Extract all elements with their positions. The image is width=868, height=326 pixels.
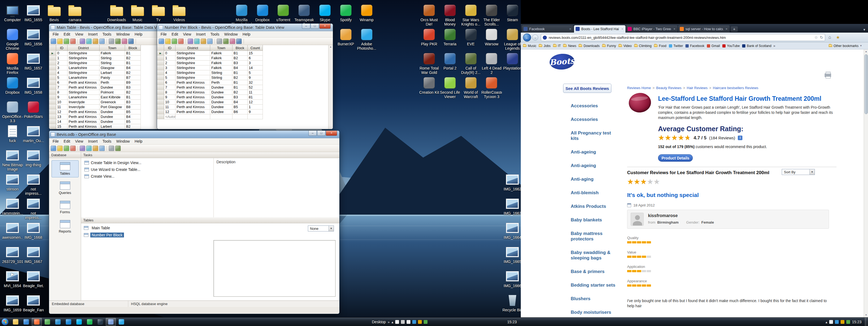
row-header-cell[interactable]: ▶: [49, 51, 56, 56]
cell-block[interactable]: B2: [125, 124, 141, 129]
desktop-icon-awesomen[interactable]: awesomen...: [2, 221, 23, 240]
update-icon[interactable]: [418, 320, 422, 324]
autofilter-button[interactable]: [217, 38, 222, 44]
autofilter-button[interactable]: [109, 38, 114, 44]
taskbar-clock[interactable]: 15:23: [507, 320, 520, 324]
close-button[interactable]: ×: [319, 24, 331, 29]
url-text[interactable]: reviews.boots.com/2111-en_gb/854442/lee-…: [549, 35, 812, 40]
new-record-cell[interactable]: [176, 114, 210, 119]
cell-town[interactable]: Glasgow: [99, 65, 125, 70]
cell-id[interactable]: 12: [164, 109, 176, 114]
row-header-cell[interactable]: [157, 75, 164, 80]
row-header-cell[interactable]: [49, 100, 56, 105]
desktop-icon-portal-2[interactable]: Portal 2: [440, 52, 460, 70]
cell-block[interactable]: B5: [125, 119, 141, 124]
cell-town[interactable]: Dundee: [210, 109, 232, 114]
desktop-icon-img-1668[interactable]: IMG_1668: [23, 221, 44, 240]
row-header-cell[interactable]: [157, 80, 164, 85]
bookmark-jobs[interactable]: Jobs: [539, 44, 550, 48]
copy-button[interactable]: [70, 145, 76, 151]
cell-district[interactable]: Perth and Kinross: [176, 90, 210, 95]
vertical-scrollbar[interactable]: ▲▼: [328, 45, 333, 129]
row-header-cell[interactable]: [157, 65, 164, 70]
bookmark-facebook[interactable]: Facebook: [685, 44, 705, 48]
cell-town[interactable]: Falkirk: [210, 51, 232, 56]
cell-id[interactable]: 10: [164, 100, 176, 105]
desktop-icon-tv[interactable]: Tv: [148, 4, 169, 22]
desktop-icon-not-impress[interactable]: not impress...: [23, 197, 44, 220]
bookmarks-overflow-chevron[interactable]: »: [773, 44, 775, 48]
standard-filter-button[interactable]: [223, 38, 229, 44]
cell-id[interactable]: 1: [164, 56, 176, 61]
row-header-cell[interactable]: [157, 56, 164, 61]
row-header-cell[interactable]: [157, 61, 164, 65]
undo-button[interactable]: [86, 145, 92, 151]
cell-block[interactable]: B7: [125, 75, 141, 80]
menu-insert[interactable]: Insert: [194, 31, 208, 37]
cut-button[interactable]: [64, 38, 69, 44]
desktop-icon-computer[interactable]: Computer: [2, 4, 23, 22]
cell-town[interactable]: Polmont: [99, 90, 125, 95]
new-record-cell[interactable]: [232, 114, 248, 119]
tab-boots-lee-stafford-hair-g[interactable]: Boots - Lee Stafford Hair G...×: [574, 25, 625, 33]
desktop-icon-mvi-1654[interactable]: MVI_1654: [2, 270, 23, 288]
cell-district[interactable]: Perth and Kinross: [67, 109, 99, 114]
network-icon[interactable]: [401, 320, 405, 324]
desktop-icon-img-1659[interactable]: IMG_1659: [2, 294, 23, 312]
save-record-button[interactable]: [159, 38, 164, 44]
cell-district[interactable]: Lanarkshire: [67, 75, 99, 80]
desktop-toolbar-label[interactable]: Desktop: [372, 320, 386, 324]
form-wizard-button[interactable]: [99, 145, 105, 151]
cell-id[interactable]: 11: [164, 105, 176, 109]
cell-district[interactable]: Perth and Kinross: [67, 124, 99, 129]
cell-district[interactable]: Stirlingshire: [176, 61, 210, 65]
menu-help[interactable]: Help: [132, 31, 145, 37]
desktop-icon-img-thing[interactable]: img-thing: [23, 149, 44, 167]
cell-block[interactable]: B4: [125, 114, 141, 119]
cell-block[interactable]: B3: [232, 95, 248, 100]
desktop-icon-img-1655[interactable]: IMG_1655: [23, 4, 44, 22]
cell-town[interactable]: Larbert: [99, 124, 125, 129]
category-link-base-primers[interactable]: Base & primers: [571, 269, 617, 274]
desktop-icon-teamspeak-3[interactable]: Teamspeak 3: [294, 4, 314, 26]
cell-id[interactable]: 7: [164, 85, 176, 90]
column-header-count[interactable]: Count: [248, 45, 263, 51]
review-title[interactable]: It's ok, but nothing special: [627, 192, 699, 198]
menu-view[interactable]: View: [73, 31, 86, 37]
menu-tools[interactable]: Tools: [208, 31, 222, 37]
hidden-icons-chevron[interactable]: ▴: [392, 320, 394, 324]
menu-window[interactable]: Window: [114, 139, 132, 144]
cell-count[interactable]: 3: [248, 61, 263, 65]
info-icon[interactable]: i: [738, 136, 742, 140]
menu-window[interactable]: Window: [114, 31, 132, 37]
desktop-icon-spotify[interactable]: Spotify: [336, 4, 356, 22]
cell-town[interactable]: Greenock: [99, 100, 125, 105]
reviewer-name[interactable]: kissfromarose: [648, 213, 678, 218]
cell-town[interactable]: Falkirk: [210, 56, 232, 61]
taskbar-steam-button[interactable]: [95, 318, 105, 326]
desktop-icon-orcs-must-die[interactable]: Orcs Must Die!: [419, 4, 439, 26]
desktop-icon-steam[interactable]: Steam: [502, 4, 521, 22]
standard-filter-button[interactable]: [115, 38, 121, 44]
category-link-accessories[interactable]: Accessories: [571, 103, 617, 109]
category-link-anti-blemish[interactable]: Anti-blemish: [571, 190, 617, 196]
cell-district[interactable]: Perth and Kinross: [176, 100, 210, 105]
cut-button[interactable]: [172, 38, 177, 44]
cell-block[interactable]: B2: [125, 90, 141, 95]
desktop-icon-winamp[interactable]: Winamp: [356, 4, 377, 22]
bookmark-climbing[interactable]: Climbing: [634, 44, 652, 48]
category-link-anti-ageing[interactable]: Anti-ageing: [571, 150, 617, 155]
desktop-icon-music[interactable]: Music: [127, 4, 148, 22]
maximize-button[interactable]: □: [311, 24, 319, 29]
save-record-button[interactable]: [51, 38, 56, 44]
cell-block[interactable]: B1: [125, 51, 141, 56]
find-record-button[interactable]: [230, 38, 235, 44]
row-header-cell[interactable]: [157, 100, 164, 105]
tab-close-button[interactable]: ×: [621, 27, 624, 31]
desktop-icon-mozilla-firefox[interactable]: Mozilla Firefox: [2, 52, 23, 75]
sort-by-dropdown[interactable]: Sort By ▼: [782, 169, 815, 175]
cell-town[interactable]: Stirling: [99, 61, 125, 65]
cell-town[interactable]: Perth: [210, 80, 232, 85]
help-button[interactable]: [115, 145, 121, 151]
cell-count[interactable]: 15: [248, 51, 263, 56]
